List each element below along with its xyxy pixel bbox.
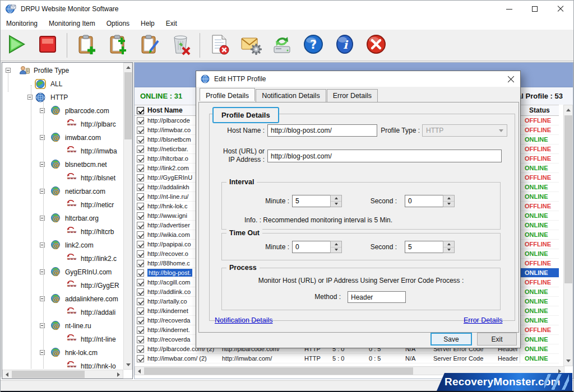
minimize-button[interactable] [496,1,522,17]
tree-item-domain[interactable]: @plbarcode.com [2,104,123,118]
row-checkbox[interactable] [137,222,144,229]
row-checkbox[interactable] [137,165,144,172]
exit-button[interactable]: Exit [477,333,517,346]
row-checkbox[interactable] [137,136,144,143]
host-url-input[interactable] [267,150,502,162]
profile-type-dropdown[interactable]: HTTP [422,124,507,137]
interval-second-spinner[interactable] [405,195,455,207]
edit-profile-button[interactable] [136,32,162,58]
tree-item-url[interactable]: wwwhttp://plbarc [2,118,123,131]
row-checkbox[interactable] [137,174,144,181]
tree-item-domain[interactable]: @blsnetbcm.net [2,158,123,171]
menu-item-help[interactable]: Help [135,18,160,29]
collapse-toggle[interactable] [40,162,45,167]
delete-profile-button[interactable] [168,32,193,58]
menu-item-exit[interactable]: Exit [160,18,183,29]
row-checkbox[interactable] [137,355,144,362]
spin-down-icon[interactable] [331,202,341,207]
tree-item-domain[interactable]: @neticrbar.com [2,185,123,198]
tree-item-profile-type[interactable]: Profile Type [2,64,123,77]
row-checkbox[interactable] [137,298,144,305]
column-header-status[interactable]: Status [520,105,559,115]
close-button[interactable] [548,1,573,17]
tab-profile-details[interactable]: Profile Details [200,88,255,101]
host-name-input[interactable] [267,124,377,137]
table-hscroll-thumb[interactable] [144,367,413,375]
collapse-toggle[interactable] [40,189,45,194]
tree-item-url[interactable]: wwwhttp://hnk-lo [2,360,123,368]
info-button[interactable]: i [332,32,358,58]
menu-item-monitoring[interactable]: Monitoring [1,18,43,29]
tree-item-domain[interactable]: @hltcrbar.org [2,212,123,225]
row-checkbox[interactable] [137,117,144,124]
timeout-minute-spinner[interactable] [292,241,342,253]
help-button[interactable]: ? [300,32,326,58]
exit-button[interactable] [363,32,389,58]
tree-item-url[interactable]: wwwhttp://hltcrb [2,225,123,239]
spin-up-icon[interactable] [443,195,454,202]
row-checkbox[interactable] [137,326,144,334]
table-vscroll-thumb[interactable] [564,115,572,283]
sync-data-button[interactable] [269,32,295,58]
menu-item-options[interactable]: Options [101,18,135,29]
interval-second-input[interactable] [405,195,443,207]
tree-item-domain[interactable]: @GygERInU.com [2,265,123,279]
row-checkbox[interactable] [137,146,144,153]
row-checkbox[interactable] [137,203,144,210]
stop-monitoring-button[interactable] [35,32,61,58]
dialog-close-button[interactable] [507,76,515,83]
row-checkbox[interactable] [137,288,144,296]
email-settings-button[interactable] [238,32,263,58]
tree-item-url[interactable]: wwwhttp://addali [2,306,123,319]
tree-hscroll-thumb[interactable] [12,371,85,378]
row-checkbox[interactable] [137,260,144,267]
save-button[interactable]: Save [430,333,472,346]
row-checkbox[interactable] [137,241,144,248]
tree-item-http[interactable]: HTTP [2,91,123,104]
tree-item-url[interactable]: wwwhttp://blsnet [2,171,123,185]
collapse-toggle[interactable] [40,216,45,221]
notification-details-link[interactable]: Notification Details [215,316,273,324]
collapse-toggle[interactable] [40,135,45,140]
tree-item-all[interactable]: ALL [2,77,123,91]
tree-vscroll-thumb[interactable] [124,72,132,139]
tab-notification-details[interactable]: Notification Details [256,89,326,102]
tree-vertical-scrollbar[interactable] [123,63,132,370]
collapse-toggle[interactable] [40,350,45,355]
table-vertical-scrollbar[interactable] [563,105,573,366]
spin-up-icon[interactable] [331,241,341,248]
row-checkbox[interactable] [137,307,144,315]
tree-item-url[interactable]: wwwhttp://nt-line [2,333,123,346]
tree-item-domain[interactable]: @addalinkhere.com [2,292,123,306]
row-checkbox[interactable] [137,279,144,286]
spin-up-icon[interactable] [443,241,454,248]
spin-down-icon[interactable] [443,202,454,207]
delete-report-button[interactable] [206,32,232,58]
row-checkbox[interactable] [137,346,144,353]
row-checkbox[interactable] [137,212,144,220]
row-checkbox[interactable] [137,184,144,191]
row-checkbox[interactable] [137,336,144,343]
row-checkbox[interactable] [137,231,144,239]
tree-item-domain[interactable]: @imwbar.com [2,131,123,144]
spin-up-icon[interactable] [331,195,341,202]
maximize-button[interactable] [522,1,548,17]
collapse-toggle[interactable] [40,108,45,113]
error-details-link[interactable]: Error Details [464,316,502,324]
method-input[interactable] [348,291,406,303]
tree-horizontal-scrollbar[interactable] [2,370,123,379]
tree-item-url[interactable]: wwwhttp://link2.c [2,252,123,265]
collapse-toggle[interactable] [40,242,45,248]
add-profile-button[interactable] [73,32,99,58]
row-checkbox[interactable] [137,127,144,134]
timeout-second-input[interactable] [405,241,443,253]
add-multiple-profiles-button[interactable] [105,32,131,58]
tree-item-url[interactable]: wwwhttp://GygER [2,279,123,292]
table-row[interactable]: http://imwbar.com/ (2)http://imwbar.com/… [135,354,559,363]
spin-down-icon[interactable] [443,248,454,253]
menu-item-monitoring-item[interactable]: Monitoring Item [43,18,101,29]
row-checkbox[interactable] [137,317,144,324]
row-checkbox[interactable] [137,250,144,258]
timeout-second-spinner[interactable] [405,241,455,253]
row-checkbox[interactable] [137,193,144,200]
